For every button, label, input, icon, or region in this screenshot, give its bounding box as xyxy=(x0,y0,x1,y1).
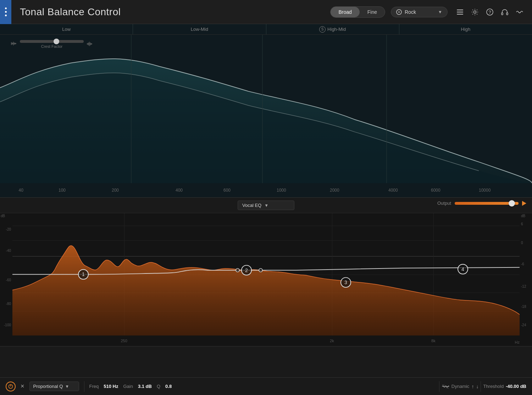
freq-6000: 6000 xyxy=(431,188,440,193)
power-button[interactable] xyxy=(6,382,16,391)
db-right-0: 0 xyxy=(521,241,523,244)
wave-button[interactable] xyxy=(513,5,526,19)
power-icon xyxy=(8,384,13,389)
bottom-bar: × Proportional Q ▼ Freq 510 Hz Gain 3.1 … xyxy=(0,377,532,395)
gain-label: Gain xyxy=(123,384,133,389)
broad-button[interactable]: Broad xyxy=(331,7,359,17)
db-minus100: -100 xyxy=(4,323,11,327)
freq-label: Freq xyxy=(89,384,99,389)
gain-value: 3.1 dB xyxy=(138,384,152,389)
header-icons: ? xyxy=(453,5,526,19)
band-low-mid: Low-Mid xyxy=(133,24,266,34)
eq-preset-chevron: ▼ xyxy=(264,203,268,208)
threshold-label: Threshold xyxy=(483,384,504,389)
svg-text:3: 3 xyxy=(344,280,347,285)
q-value: 0.8 xyxy=(165,384,172,389)
db-minus80: -80 xyxy=(6,302,11,306)
db-axis-left: dB -20 -40 -60 -80 -100 xyxy=(0,213,12,346)
freq-100: 100 xyxy=(59,188,66,193)
threshold-value: -40.00 dB xyxy=(506,384,526,389)
spectrum-display xyxy=(0,35,532,183)
headphone-button[interactable] xyxy=(498,5,511,19)
eq-type-chevron: ▼ xyxy=(65,384,69,389)
eq-freq-axis: 250 2k 8k Hz xyxy=(12,335,520,346)
arrow-up-button[interactable]: ↑ xyxy=(471,384,474,389)
band-low: Low xyxy=(0,24,133,34)
eq-type-selector[interactable]: Proportional Q ▼ xyxy=(29,382,79,391)
dots-menu[interactable] xyxy=(0,0,11,24)
db-axis-right: dB 6 0 -6 -12 -18 -24 xyxy=(520,213,532,346)
dynamic-icon xyxy=(442,383,449,390)
db-minus40: -40 xyxy=(6,249,11,253)
q-label: Q xyxy=(157,384,160,389)
hamburger-menu-button[interactable] xyxy=(453,5,467,19)
svg-text:4: 4 xyxy=(461,266,464,272)
dot2 xyxy=(5,11,7,13)
divider-3 xyxy=(481,381,481,392)
output-control: Output xyxy=(437,201,526,206)
svg-text:?: ? xyxy=(488,10,491,15)
freq-40: 40 xyxy=(19,188,23,193)
eq-freq-2k: 2k xyxy=(330,339,334,343)
s-badge: S xyxy=(319,26,326,33)
close-button[interactable]: × xyxy=(21,383,24,390)
headphone-icon xyxy=(501,8,509,16)
app-title: Tonal Balance Control xyxy=(20,6,325,18)
fine-button[interactable]: Fine xyxy=(360,7,385,17)
eq-toolbar: Vocal EQ ▼ Output xyxy=(0,198,532,213)
target-icon xyxy=(396,9,402,15)
db-right-minus6: -6 xyxy=(521,262,524,266)
hamburger-icon xyxy=(457,10,463,15)
eq-freq-250: 250 xyxy=(121,339,127,343)
eq-preset-name: Vocal EQ xyxy=(242,203,261,208)
output-label: Output xyxy=(437,201,451,206)
eq-type-name: Proportional Q xyxy=(33,384,63,389)
band-high-mid: S High-Mid xyxy=(266,24,399,34)
output-slider[interactable] xyxy=(455,202,519,205)
svg-point-21 xyxy=(236,269,239,272)
svg-point-0 xyxy=(474,11,476,13)
freq-600: 600 xyxy=(223,188,231,193)
settings-button[interactable] xyxy=(468,5,482,19)
db-right-minus24: -24 xyxy=(521,323,526,327)
db-minus20: -20 xyxy=(6,227,11,231)
arrow-down-button[interactable]: ↓ xyxy=(476,384,478,389)
header: Tonal Balance Control Broad Fine Rock ▼ xyxy=(0,0,532,24)
db-right-header: dB xyxy=(521,214,525,218)
divider-1 xyxy=(84,381,84,392)
question-icon: ? xyxy=(486,8,494,16)
main-spectrum: Low Low-Mid S High-Mid High xyxy=(0,24,532,198)
preset-name: Rock xyxy=(405,9,435,15)
db-label-header: dB xyxy=(1,214,5,218)
eq-canvas-area: dB -20 -40 -60 -80 -100 dB 6 0 -6 -12 -1… xyxy=(0,213,532,346)
broad-fine-group: Broad Fine xyxy=(330,6,385,18)
db-right-minus12: -12 xyxy=(521,284,526,288)
eq-section: Vocal EQ ▼ Output dB -20 -40 -60 -80 -10… xyxy=(0,198,532,346)
divider-2 xyxy=(439,381,439,392)
output-arrow-button[interactable] xyxy=(522,201,526,206)
wave-icon xyxy=(516,8,523,16)
dynamic-control: Dynamic ↑ ↓ Threshold -40.00 dB xyxy=(439,381,526,392)
eq-grid: 1 2 3 4 xyxy=(12,213,520,335)
help-button[interactable]: ? xyxy=(483,5,497,19)
preset-selector[interactable]: Rock ▼ xyxy=(391,7,448,17)
db-minus60: -60 xyxy=(6,278,11,282)
db-right-6: 6 xyxy=(521,222,523,226)
dynamic-label: Dynamic xyxy=(451,384,470,389)
eq-freq-8k: 8k xyxy=(431,339,436,343)
freq-4000: 4000 xyxy=(388,188,398,193)
gear-icon xyxy=(471,8,479,16)
freq-400: 400 xyxy=(176,188,183,193)
eq-preset-selector[interactable]: Vocal EQ ▼ xyxy=(238,201,294,210)
freq-2000: 2000 xyxy=(330,188,339,193)
freq-axis-bottom: 40 100 200 400 600 1000 2000 4000 6000 1… xyxy=(0,183,532,197)
db-right-minus18: -18 xyxy=(521,304,526,308)
hz-label: Hz xyxy=(515,340,520,344)
freq-bands: Low Low-Mid S High-Mid High xyxy=(0,24,532,35)
svg-text:2: 2 xyxy=(245,267,248,273)
freq-200: 200 xyxy=(112,188,119,193)
eq-curve-svg: 1 2 3 4 xyxy=(12,213,520,335)
output-slider-thumb[interactable] xyxy=(509,200,515,207)
chevron-down-icon: ▼ xyxy=(438,10,442,15)
svg-text:1: 1 xyxy=(82,272,85,277)
